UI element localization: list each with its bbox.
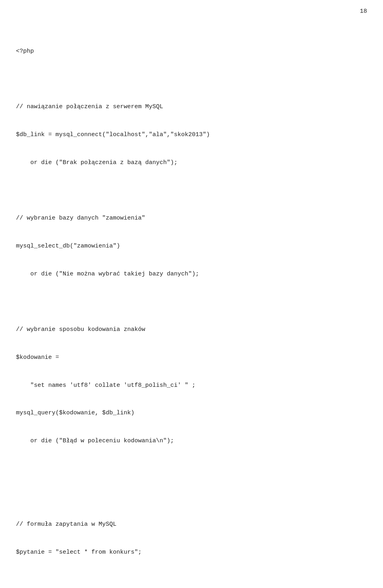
empty-line: [16, 492, 367, 501]
code-line-8: mysql_select_db("zamowienia"): [16, 242, 367, 251]
code-line-11: // wybranie sposobu kodowania znaków: [16, 325, 367, 334]
empty-line: [16, 464, 367, 473]
code-line-4: $db_link = mysql_connect("localhost","al…: [16, 130, 367, 139]
empty-line: [16, 297, 367, 306]
page-number: 18: [360, 8, 367, 15]
code-line-9: or die ("Nie można wybrać takiej bazy da…: [16, 269, 367, 279]
page-container: 18 <?php // nawiązanie połączenia z serw…: [0, 0, 383, 588]
code-line-14: mysql_query($kodowanie, $db_link): [16, 408, 367, 418]
code-line-19: $pytanie = "select * from konkurs";: [16, 548, 367, 557]
code-line-18: // formuła zapytania w MySQL: [16, 520, 367, 529]
empty-line: [16, 576, 367, 585]
code-line-13: "set names 'utf8' collate 'utf8_polish_c…: [16, 381, 367, 390]
code-line-12: $kodowanie =: [16, 353, 367, 362]
empty-line: [16, 186, 367, 195]
empty-line: [16, 74, 367, 83]
code-line-1: <?php: [16, 47, 367, 56]
code-block: <?php // nawiązanie połączenia z serwere…: [16, 28, 367, 588]
code-line-3: // nawiązanie połączenia z serwerem MySQ…: [16, 102, 367, 111]
code-line-5: or die ("Brak połączenia z bazą danych")…: [16, 158, 367, 167]
code-line-15: or die ("Błąd w poleceniu kodowania\n");: [16, 436, 367, 445]
code-line-7: // wybranie bazy danych "zamowienia": [16, 214, 367, 223]
